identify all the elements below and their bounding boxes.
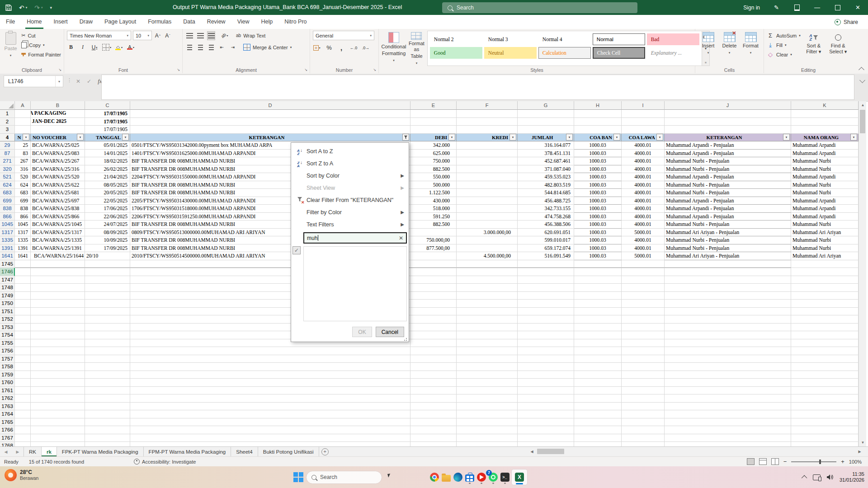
cell-G1641[interactable]: 516.091.549 xyxy=(518,252,574,260)
style-normal-3[interactable]: Normal 3 xyxy=(484,33,537,45)
zoom-level[interactable]: 100% xyxy=(849,459,862,465)
cell-F1748[interactable] xyxy=(457,284,518,292)
style-bad[interactable]: Bad xyxy=(647,33,699,45)
cell-H1747[interactable] xyxy=(574,276,622,284)
cell-C1751[interactable] xyxy=(85,308,130,316)
cell-B1757[interactable] xyxy=(31,355,85,363)
header-cell-nama-orang[interactable]: NAMA ORANG▼ xyxy=(791,134,859,142)
cell-B1767[interactable] xyxy=(31,434,85,442)
cell-B29[interactable]: BCA/WARNA/25/025 xyxy=(31,141,85,150)
tray-overflow-icon[interactable] xyxy=(802,475,807,481)
cell-E838[interactable]: 518.000 xyxy=(410,205,457,213)
filter-menu-item-filter-by-color[interactable]: Filter by Color▶ xyxy=(291,206,409,218)
scroll-left-icon[interactable]: ◀ xyxy=(528,448,536,455)
cell-J1641[interactable]: Muhammad Ari Ariyan - Penjualan xyxy=(665,252,791,260)
cell-A271[interactable]: 267 xyxy=(15,157,31,165)
cell-I624[interactable]: 4000.01 xyxy=(622,181,665,189)
scroll-right-icon[interactable]: ▶ xyxy=(856,448,863,455)
cell-I1767[interactable] xyxy=(622,434,665,442)
filter-menu-item-sort-by-color[interactable]: Sort by Color▶ xyxy=(291,169,409,182)
cell-F624[interactable] xyxy=(457,181,518,189)
cell-K1762[interactable] xyxy=(791,394,859,403)
cell-E1[interactable] xyxy=(410,110,457,118)
cell-C1[interactable]: 17/07/1905 xyxy=(85,110,130,118)
cell-G1045[interactable]: 456.388.506 xyxy=(518,221,574,229)
cell-C1749[interactable] xyxy=(85,292,130,300)
taskbar-icon-pointer[interactable] xyxy=(385,471,395,483)
row-header-320[interactable]: 320 xyxy=(0,165,15,174)
cell-A1753[interactable] xyxy=(15,324,31,332)
sheet-tab-rk[interactable]: RK xyxy=(24,447,42,456)
cell-H1751[interactable] xyxy=(574,308,622,316)
row-header-1754[interactable]: 1754 xyxy=(0,331,15,339)
taskbar-icon-folder[interactable] xyxy=(441,471,451,483)
cell-A866[interactable]: 866 xyxy=(15,213,31,221)
cell-E1752[interactable] xyxy=(410,315,457,324)
row-header-1763[interactable]: 1763 xyxy=(0,403,15,411)
filter-menu-item-sort-z-to-a[interactable]: ZA↓Sort Z to A xyxy=(291,157,409,169)
cell-G683[interactable]: 544.814.685 xyxy=(518,189,574,197)
cell-J1762[interactable] xyxy=(665,394,791,403)
cell-G1756[interactable] xyxy=(518,347,574,355)
cell-G1317[interactable]: 620.691.051 xyxy=(518,229,574,237)
font-dialog-launcher[interactable]: ↘ xyxy=(176,67,181,72)
cell-K1749[interactable] xyxy=(791,292,859,300)
cell-E1753[interactable] xyxy=(410,324,457,332)
format-painter-button[interactable]: Format Painter xyxy=(21,50,61,59)
confirm-entry-icon[interactable]: ✓ xyxy=(87,78,91,84)
tab-nitro-pro[interactable]: Nitro Pro xyxy=(278,15,312,29)
cell-K683[interactable]: Muhammad Nurbi xyxy=(791,189,859,197)
sheet-tab-sheet4[interactable]: Sheet4 xyxy=(231,447,258,456)
cell-H1767[interactable] xyxy=(574,434,622,442)
row-header-1757[interactable]: 1757 xyxy=(0,355,15,363)
cell-K1753[interactable] xyxy=(791,324,859,332)
sort-filter-button[interactable]: AZ Sort &Filter ▾ xyxy=(802,31,825,66)
cell-F1766[interactable] xyxy=(457,426,518,434)
cell-A3[interactable] xyxy=(15,126,31,134)
cell-H1045[interactable]: 1000.03 xyxy=(574,221,622,229)
cell-B1760[interactable] xyxy=(31,379,85,387)
normal-view-button[interactable] xyxy=(747,458,755,465)
horizontal-scroll-thumb[interactable] xyxy=(537,449,564,454)
filter-menu-item-text-filters[interactable]: Text Filters▶ xyxy=(291,218,409,230)
cell-I1747[interactable] xyxy=(622,276,665,284)
cell-F3[interactable] xyxy=(457,126,518,134)
clear-button[interactable]: ◇Clear▾ xyxy=(767,50,801,59)
cell-D1758[interactable] xyxy=(130,363,410,371)
cell-I1759[interactable] xyxy=(622,371,665,379)
autosum-button[interactable]: ΣAutoSum▾ xyxy=(767,31,801,40)
cell-G2[interactable] xyxy=(518,118,574,126)
cell-A1763[interactable] xyxy=(15,403,31,411)
cell-H271[interactable]: 1000.03 xyxy=(574,157,622,165)
cell-J1760[interactable] xyxy=(665,379,791,387)
sign-in-button[interactable]: Sign in xyxy=(737,5,766,11)
close-button[interactable]: ✕ xyxy=(848,0,868,15)
cell-H1763[interactable] xyxy=(574,403,622,411)
cell-A1754[interactable] xyxy=(15,331,31,339)
cell-C1756[interactable] xyxy=(85,347,130,355)
orientation-button[interactable]: ab▾ xyxy=(221,31,229,40)
cell-C1765[interactable] xyxy=(85,418,130,427)
weather-widget[interactable]: 28°C Berawan xyxy=(5,469,38,481)
row-header-1045[interactable]: 1045 xyxy=(0,221,15,229)
cell-J1763[interactable] xyxy=(665,403,791,411)
header-cell-kredi[interactable]: KREDI▼ xyxy=(457,134,518,142)
minimize-button[interactable]: — xyxy=(807,0,827,15)
cell-F1758[interactable] xyxy=(457,363,518,371)
cell-J1761[interactable] xyxy=(665,387,791,395)
cell-C1748[interactable] xyxy=(85,284,130,292)
cell-K1759[interactable] xyxy=(791,371,859,379)
cell-B1753[interactable] xyxy=(31,324,85,332)
cell-F1641[interactable]: 4.500.000,00 xyxy=(457,252,518,260)
column-header-B[interactable]: B xyxy=(31,101,85,110)
cell-H87[interactable]: 1000.03 xyxy=(574,150,622,158)
cell-H1752[interactable] xyxy=(574,315,622,324)
cell-H1745[interactable] xyxy=(574,260,622,268)
style-explanatory-[interactable]: Explanatory ... xyxy=(647,47,699,59)
cell-F1765[interactable] xyxy=(457,418,518,427)
cell-K1754[interactable] xyxy=(791,331,859,339)
cell-E1763[interactable] xyxy=(410,403,457,411)
bold-button[interactable]: B xyxy=(67,43,75,52)
cell-K1391[interactable]: Muhammad Nurbi xyxy=(791,244,859,253)
cell-B1759[interactable] xyxy=(31,371,85,379)
